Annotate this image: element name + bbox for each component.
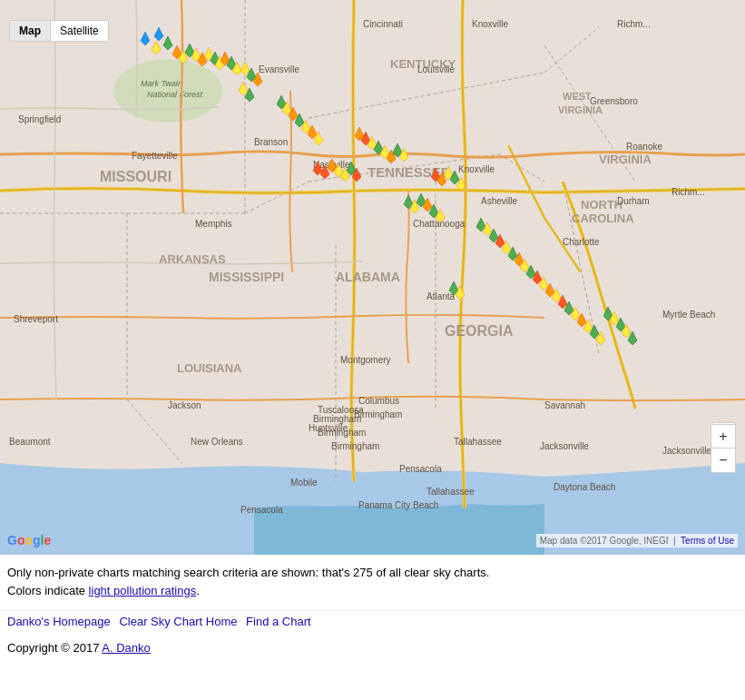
svg-text:MISSISSIPPI: MISSISSIPPI <box>209 270 284 284</box>
svg-text:Beaumont: Beaumont <box>9 437 51 447</box>
svg-text:Charlotte: Charlotte <box>563 237 600 247</box>
terms-of-use-link[interactable]: Terms of Use <box>681 536 734 546</box>
svg-text:GEORGIA: GEORGIA <box>445 323 514 339</box>
svg-text:ALABAMA: ALABAMA <box>336 270 400 284</box>
map-type-satellite-btn[interactable]: Satellite <box>51 21 108 41</box>
svg-text:Richm...: Richm... <box>671 187 705 197</box>
svg-text:Fayetteville: Fayetteville <box>132 151 178 161</box>
svg-text:Asheville: Asheville <box>481 196 517 206</box>
info-text-line1: Only non-private charts matching search … <box>7 564 738 582</box>
svg-text:Daytona Beach: Daytona Beach <box>554 482 615 492</box>
svg-text:National Forest: National Forest <box>147 90 203 99</box>
svg-text:Mobile: Mobile <box>290 478 318 488</box>
svg-text:Mark Twain: Mark Twain <box>141 79 182 88</box>
svg-text:Pensacola: Pensacola <box>399 464 442 474</box>
svg-text:CAROLINA: CAROLINA <box>572 212 634 225</box>
zoom-in-button[interactable]: + <box>711 425 735 449</box>
info-text2: Colors indicate <box>7 584 89 597</box>
svg-text:Branson: Branson <box>254 137 288 147</box>
google-logo: Google <box>7 533 51 547</box>
svg-text:Jacksonville: Jacksonville <box>662 446 711 456</box>
find-a-chart-link[interactable]: Find a Chart <box>246 615 311 628</box>
svg-text:New Orleans: New Orleans <box>191 437 243 447</box>
svg-text:Memphis: Memphis <box>195 219 232 229</box>
svg-text:VIRGINIA: VIRGINIA <box>599 153 652 166</box>
map-attribution: Map data ©2017 Google, INEGI | Terms of … <box>536 534 738 547</box>
svg-text:Birmingham: Birmingham <box>331 441 379 451</box>
map-type-controls: Map Satellite <box>9 20 109 42</box>
svg-text:Knoxville: Knoxville <box>458 164 495 174</box>
svg-text:Tallahassee: Tallahassee <box>426 487 475 497</box>
danko-homepage-link[interactable]: Danko's Homepage <box>7 615 111 628</box>
svg-text:Huntsville: Huntsville <box>309 423 348 433</box>
svg-text:ARKANSAS: ARKANSAS <box>159 252 226 266</box>
svg-text:Durham: Durham <box>617 196 650 206</box>
svg-text:Shreveport: Shreveport <box>14 314 58 324</box>
copyright-section: Copyright © 2017 A. Danko <box>0 636 745 660</box>
svg-text:Knoxville: Knoxville <box>472 19 508 29</box>
svg-text:Panama City Beach: Panama City Beach <box>358 500 438 510</box>
svg-text:Jacksonville: Jacksonville <box>540 441 589 451</box>
svg-text:Savannah: Savannah <box>544 400 585 410</box>
zoom-controls: + − <box>711 424 736 473</box>
author-link[interactable]: A. Danko <box>102 641 150 655</box>
clear-sky-chart-home-link[interactable]: Clear Sky Chart Home <box>119 615 237 628</box>
svg-text:Cincinnati: Cincinnati <box>363 19 403 29</box>
map-background: Mark Twain National Forest <box>0 0 745 555</box>
svg-text:Birmingham: Birmingham <box>354 409 402 419</box>
svg-text:Tallahassee: Tallahassee <box>454 437 502 447</box>
info-text1: Only non-private charts matching search … <box>7 566 489 579</box>
svg-text:Richm...: Richm... <box>617 19 651 29</box>
zoom-out-button[interactable]: − <box>711 449 735 472</box>
info-text-line2: Colors indicate light pollution ratings. <box>7 582 738 600</box>
page-wrapper: Mark Twain National Forest <box>0 0 745 660</box>
copyright-text: Copyright © 2017 <box>7 641 102 655</box>
light-pollution-link[interactable]: light pollution ratings <box>89 584 197 597</box>
svg-text:Roanoke: Roanoke <box>626 142 662 152</box>
svg-text:Atlanta: Atlanta <box>426 291 456 301</box>
svg-text:Louisville: Louisville <box>417 64 456 74</box>
info-text3: . <box>196 584 200 597</box>
svg-text:Springfield: Springfield <box>18 114 61 124</box>
svg-text:Myrtle Beach: Myrtle Beach <box>662 310 715 320</box>
map-data-text: Map data ©2017 Google, INEGI <box>540 536 669 546</box>
svg-text:Jackson: Jackson <box>168 400 201 410</box>
footer-links: Danko's Homepage Clear Sky Chart Home Fi… <box>0 610 745 636</box>
svg-text:LOUISIANA: LOUISIANA <box>177 361 242 375</box>
svg-text:WEST: WEST <box>563 91 592 102</box>
svg-text:Montgomery: Montgomery <box>340 355 391 365</box>
svg-text:Greensboro: Greensboro <box>590 96 638 106</box>
svg-text:MISSOURI: MISSOURI <box>100 169 172 184</box>
map-type-map-btn[interactable]: Map <box>10 21 51 41</box>
svg-text:Pensacola: Pensacola <box>240 505 283 515</box>
svg-text:Evansville: Evansville <box>259 64 299 74</box>
info-section: Only non-private charts matching search … <box>0 555 745 606</box>
svg-text:Columbus: Columbus <box>358 396 399 406</box>
map-container: Mark Twain National Forest <box>0 0 745 555</box>
